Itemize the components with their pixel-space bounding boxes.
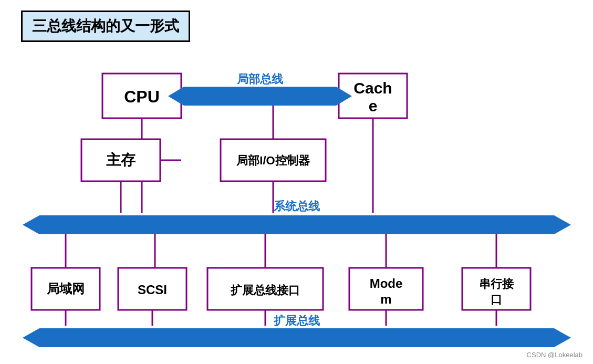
system-bus-arrow-right — [554, 215, 571, 234]
local-io-label: 局部I/O控制器 — [236, 154, 310, 167]
modem-label-2: m — [380, 292, 391, 306]
expand-bus-arrow-left — [23, 328, 39, 347]
modem-label-1: Mode — [369, 276, 402, 290]
system-bus-label: 系统总线 — [274, 200, 320, 213]
serial-label-2: 口 — [491, 293, 502, 306]
expand-bus-label: 扩展总线 — [273, 314, 320, 327]
cache-label-1: Cach — [353, 79, 392, 97]
watermark: CSDN @Lokeelab — [527, 351, 582, 359]
diagram-svg: CPU Cach e 局部总线 主存 局部I/O控制器 — [13, 58, 580, 352]
expand-interface-label: 扩展总线接口 — [230, 284, 300, 297]
main-container: 三总线结构的又一形式 CPU Cach e 局部总线 主存 局部I/O控制 — [0, 0, 593, 364]
title-box: 三总线结构的又一形式 — [21, 11, 190, 42]
local-bus-arrow-body — [184, 87, 336, 106]
local-bus-label: 局部总线 — [236, 72, 284, 86]
lan-label: 局域网 — [46, 282, 85, 296]
system-bus-arrow-left — [23, 215, 39, 234]
title-text: 三总线结构的又一形式 — [32, 18, 179, 34]
expand-bus-arrow-body — [39, 328, 554, 347]
system-bus-arrow-body — [39, 215, 554, 234]
cpu-label: CPU — [124, 87, 160, 106]
scsi-label: SCSI — [137, 283, 167, 297]
expand-bus-arrow-right — [554, 328, 571, 347]
serial-label-1: 串行接 — [479, 277, 514, 290]
main-memory-label: 主存 — [106, 151, 136, 168]
cache-label-2: e — [368, 97, 377, 115]
